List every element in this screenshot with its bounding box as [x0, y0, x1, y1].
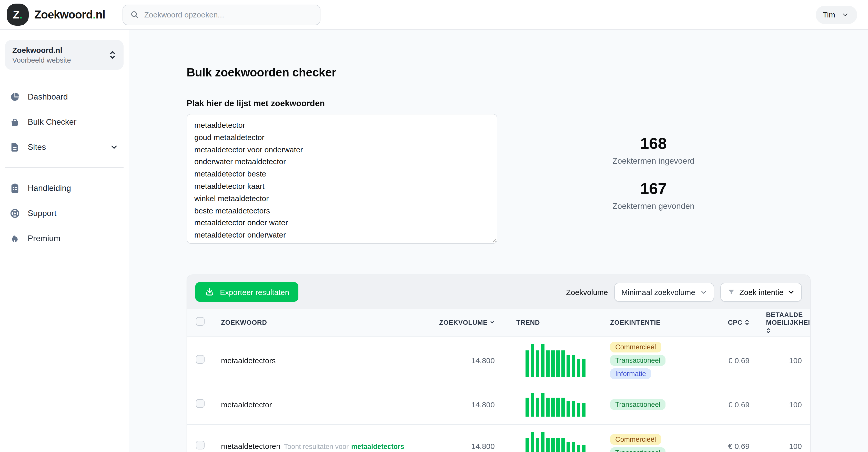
column-header-keyword[interactable]: ZOEKWOORD	[212, 309, 432, 336]
trend-bar	[546, 437, 550, 452]
column-header-volume[interactable]: ZOEKVOLUME	[432, 309, 504, 336]
intent-badge: Transactioneel	[610, 399, 665, 410]
volume-cell: 14.800	[471, 356, 495, 365]
brand-logo-icon[interactable]: Z.	[7, 4, 29, 26]
chevron-down-icon	[109, 142, 119, 152]
results-table: ZOEKWOORD ZOEKVOLUME TREND ZOEKINTENTIE …	[187, 309, 811, 452]
difficulty-cell: 100	[789, 400, 802, 408]
keywords-textarea[interactable]: metaaldetector goud metaaldetector metaa…	[187, 114, 497, 244]
sidebar-divider	[5, 167, 124, 168]
chevron-down-icon	[840, 9, 850, 20]
trend-bar	[556, 350, 560, 377]
trend-bar	[561, 397, 565, 416]
trend-bar	[577, 445, 580, 452]
row-checkbox[interactable]	[196, 399, 205, 408]
cpc-cell: € 0,69	[728, 356, 750, 365]
top-header: Z. Zoekwoord.nl Tim	[0, 0, 868, 30]
stat-entered-label: Zoektermen ingevoerd	[613, 157, 694, 166]
table-header-row: ZOEKWOORD ZOEKVOLUME TREND ZOEKINTENTIE …	[187, 309, 811, 336]
sidebar-item-bulk-checker[interactable]: Bulk Checker	[5, 109, 124, 135]
redirect-note: Toont resultaten voor	[284, 443, 349, 450]
user-name: Tim	[823, 10, 835, 19]
trend-bar	[531, 344, 534, 377]
trend-bar	[536, 397, 539, 416]
trend-bar	[556, 437, 560, 452]
flame-icon	[10, 233, 20, 244]
sidebar-item-dashboard[interactable]: Dashboard	[5, 84, 124, 109]
stat-found: 167 Zoektermen gevonden	[613, 179, 694, 211]
trend-sparkline	[526, 344, 594, 377]
cpc-cell: € 0,69	[728, 442, 750, 450]
lifebuoy-icon	[10, 208, 20, 218]
brand-wordmark[interactable]: Zoekwoord.nl	[34, 8, 105, 21]
sidebar: Zoekwoord.nl Voorbeeld website Dashboard	[0, 30, 129, 452]
bucket-icon	[10, 117, 20, 127]
sidebar-nav: Dashboard Bulk Checker Sites	[5, 84, 124, 251]
trend-bar	[551, 437, 555, 452]
search-icon	[129, 9, 140, 20]
trend-bar	[582, 445, 586, 452]
site-switcher-title: Zoekwoord.nl	[12, 46, 71, 54]
intent-badge: Commercieël	[610, 434, 661, 445]
intent-badge: Transactioneel	[610, 355, 665, 366]
trend-bar	[577, 403, 580, 416]
trend-bar	[566, 355, 570, 377]
volume-cell: 14.800	[471, 442, 495, 450]
sort-updown-icon	[766, 327, 771, 334]
user-menu-button[interactable]: Tim	[815, 5, 857, 24]
trend-bar	[536, 437, 539, 452]
intent-filter-button[interactable]: Zoek intentie	[720, 282, 802, 302]
sort-updown-icon	[744, 319, 750, 326]
trend-bar	[526, 350, 529, 377]
export-results-button[interactable]: Exporteer resultaten	[195, 282, 299, 302]
chevron-down-icon	[787, 288, 795, 295]
keyword-cell: metaaldetectoren	[221, 442, 280, 450]
trend-bar	[572, 401, 575, 416]
results-toolbar: Exporteer resultaten Zoekvolume Minimaal…	[187, 275, 810, 309]
select-all-checkbox[interactable]	[196, 317, 205, 326]
intent-badges: CommercieëlTransactioneel	[610, 434, 712, 452]
trend-bar	[577, 359, 580, 377]
column-header-difficulty[interactable]: BETAALDE MOEILIJKHEID	[753, 309, 811, 336]
trend-bar	[551, 350, 555, 377]
search-input[interactable]	[144, 10, 314, 19]
sidebar-item-handleiding[interactable]: Handleiding	[5, 175, 124, 201]
sidebar-item-premium[interactable]: Premium	[5, 226, 124, 251]
intent-badges: Transactioneel	[610, 399, 712, 410]
trend-bar	[566, 401, 570, 416]
redirect-keyword-link[interactable]: metaaldetectors	[351, 443, 404, 450]
sort-down-icon	[490, 320, 495, 325]
keywords-input-label: Plak hier de lijst met zoekwoorden	[187, 98, 868, 108]
min-volume-select[interactable]: Minimaal zoekvolume	[614, 282, 714, 302]
document-icon	[10, 142, 20, 152]
table-row: metaaldetectorenToont resultaten voormet…	[187, 424, 811, 452]
table-row: metaaldetector 14.800 Transactioneel € 0…	[187, 385, 811, 424]
trend-bar	[541, 344, 545, 377]
keyword-cell: metaaldetector	[221, 400, 272, 408]
row-checkbox[interactable]	[196, 355, 205, 364]
difficulty-cell: 100	[789, 356, 802, 365]
pie-chart-icon	[10, 91, 20, 102]
page-title: Bulk zoekwoorden checker	[187, 66, 868, 80]
trend-bar	[536, 350, 539, 377]
unfold-icon	[109, 50, 116, 59]
clipboard-icon	[10, 183, 20, 193]
site-switcher[interactable]: Zoekwoord.nl Voorbeeld website	[5, 40, 124, 70]
intent-badges: CommercieëlTransactioneelInformatie	[610, 342, 712, 379]
trend-bar	[551, 397, 555, 416]
intent-badge: Transactioneel	[610, 448, 665, 452]
cpc-cell: € 0,69	[728, 400, 750, 408]
volume-filter-label: Zoekvolume	[566, 288, 608, 296]
stat-found-value: 167	[613, 179, 694, 198]
sidebar-item-sites[interactable]: Sites	[5, 135, 124, 160]
difficulty-cell: 100	[789, 442, 802, 450]
logo-letter: Z	[13, 8, 20, 21]
trend-bar	[582, 403, 586, 416]
column-header-trend: TREND	[504, 309, 594, 336]
column-header-cpc[interactable]: CPC	[712, 309, 753, 336]
main-content: Bulk zoekwoorden checker Plak hier de li…	[129, 30, 868, 452]
stat-entered: 168 Zoektermen ingevoerd	[613, 135, 694, 166]
stats-panel: 168 Zoektermen ingevoerd 167 Zoektermen …	[497, 114, 810, 244]
sidebar-item-support[interactable]: Support	[5, 201, 124, 226]
row-checkbox[interactable]	[196, 441, 205, 450]
